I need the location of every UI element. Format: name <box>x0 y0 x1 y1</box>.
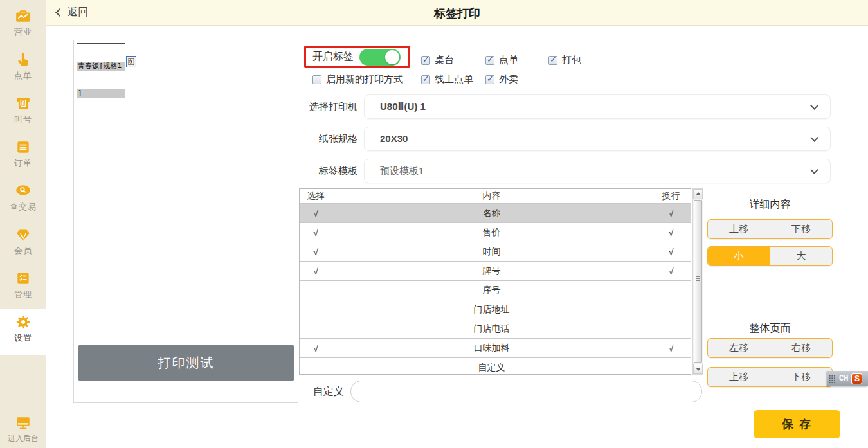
detail-size-group: 小 大 <box>707 246 833 266</box>
sidebar-item-label: 点单 <box>14 71 32 80</box>
cell-newline <box>651 300 691 319</box>
cell-newline: √ <box>651 242 691 261</box>
page-move-right-button[interactable]: 右移 <box>770 339 832 357</box>
page-move-left-button[interactable]: 左移 <box>708 339 770 357</box>
cell-newline: √ <box>651 339 691 357</box>
paper-size-value: 20X30 <box>380 127 408 150</box>
cell-content: 自定义 <box>332 358 651 375</box>
cell-content: 序号 <box>332 281 651 300</box>
label-template-label: 标签模板 <box>302 159 357 183</box>
scroll-up-button[interactable] <box>693 189 703 199</box>
table-row[interactable]: 自定义 <box>300 358 691 375</box>
sidebar-item-label: 营业 <box>14 27 32 37</box>
table-row[interactable]: 序号 <box>300 281 691 300</box>
cell-selected: √ <box>300 223 332 242</box>
sidebar: 营业 点单 8 叫号 订单 查交易 会员 管理 设置 <box>0 0 46 448</box>
cell-selected: √ <box>300 262 332 280</box>
sidebar-item-settings[interactable]: 设置 <box>0 309 46 355</box>
checkbox-label: 打包 <box>562 54 581 66</box>
page-title: 标签打印 <box>46 6 868 21</box>
sidebar-item-manage[interactable]: 管理 <box>0 265 46 309</box>
size-large-button[interactable]: 大 <box>770 247 832 265</box>
label-template-select[interactable]: 预设模板1 <box>364 159 831 183</box>
table-row[interactable]: √ 牌号 √ <box>300 262 691 281</box>
table-scrollbar[interactable] <box>692 188 703 375</box>
sidebar-item-backend[interactable]: 进入后台 <box>0 413 46 447</box>
chevron-down-icon <box>810 166 818 174</box>
preview-line: 青春饭[规格1 <box>77 62 125 71</box>
cell-content: 门店电话 <box>332 319 651 338</box>
table-row[interactable]: √ 售价 √ <box>300 223 691 242</box>
checkbox-new-print-mode[interactable]: 启用新的打印方式 <box>312 73 403 85</box>
col-header-content: 内容 <box>332 189 651 203</box>
table-row[interactable]: 门店电话 <box>300 319 691 339</box>
sidebar-item-order[interactable]: 点单 <box>0 46 46 90</box>
order-hand-icon <box>15 51 32 68</box>
cell-content: 时间 <box>332 242 651 261</box>
settings-gear-icon <box>15 314 32 330</box>
drag-grip-icon[interactable] <box>829 375 836 383</box>
enable-label-toggle[interactable] <box>359 49 401 66</box>
checkbox-takeout-pack[interactable]: 打包 <box>548 54 581 66</box>
sidebar-item-search-transactions[interactable]: 查交易 <box>0 177 46 221</box>
triangle-down-icon <box>696 368 701 371</box>
checkbox-online-order[interactable]: 线上点单 <box>421 73 473 85</box>
scroll-down-button[interactable] <box>693 364 703 374</box>
table-row[interactable]: √ 名称 √ <box>300 204 691 223</box>
checkbox-icon <box>421 75 430 84</box>
custom-field-input[interactable] <box>350 381 702 402</box>
ime-language-bar[interactable]: CH S <box>827 371 868 386</box>
col-header-select: 选择 <box>300 189 332 203</box>
call-number-icon: 8 <box>15 95 32 112</box>
sogou-ime-icon[interactable]: S <box>851 373 862 384</box>
save-button[interactable]: 保 存 <box>754 410 840 438</box>
size-small-button[interactable]: 小 <box>708 247 770 265</box>
order-list-icon <box>15 139 32 156</box>
printer-select[interactable]: U80Ⅱ(U) 1 <box>364 94 831 119</box>
label-print-settings-screen: 营业 点单 8 叫号 订单 查交易 会员 管理 设置 <box>0 0 868 448</box>
ime-language-indicator[interactable]: CH <box>839 374 848 383</box>
cell-selected <box>300 300 332 319</box>
printer-select-value: U80Ⅱ(U) 1 <box>380 95 426 118</box>
sidebar-item-members[interactable]: 会员 <box>0 221 46 265</box>
print-test-button[interactable]: 打印测试 <box>78 345 294 381</box>
checkbox-delivery[interactable]: 外卖 <box>485 73 518 85</box>
checkbox-icon <box>421 56 430 65</box>
business-icon <box>15 8 32 24</box>
page-move-up-button[interactable]: 上移 <box>708 368 770 386</box>
checkbox-table[interactable]: 桌台 <box>421 54 454 66</box>
page-vertical-group: 上移 下移 <box>707 367 833 387</box>
table-row[interactable]: √ 时间 √ <box>300 242 691 262</box>
sidebar-item-label: 会员 <box>14 246 32 255</box>
paper-size-select[interactable]: 20X30 <box>364 127 831 151</box>
custom-field-label: 自定义 <box>313 381 344 402</box>
scrollbar-thumb[interactable] <box>694 200 702 363</box>
header: 返回 标签打印 <box>46 0 868 26</box>
page-horizontal-group: 左移 右移 <box>707 338 833 358</box>
detail-move-up-button[interactable]: 上移 <box>708 220 770 238</box>
checkbox-dine-order[interactable]: 点单 <box>485 54 518 66</box>
table-header-row: 选择 内容 换行 <box>300 189 691 204</box>
page-move-down-button[interactable]: 下移 <box>770 368 832 386</box>
table-row[interactable]: 门店地址 <box>300 300 691 319</box>
sidebar-item-label: 设置 <box>14 333 32 343</box>
cell-newline <box>651 281 691 300</box>
sidebar-item-call-number[interactable]: 8 叫号 <box>0 90 46 134</box>
page-panel-title: 整体页面 <box>707 322 833 336</box>
cell-selected: √ <box>300 204 332 222</box>
cell-selected <box>300 319 332 338</box>
cell-content: 售价 <box>332 223 651 242</box>
col-header-newline: 换行 <box>651 189 691 203</box>
sidebar-item-orders[interactable]: 订单 <box>0 134 46 177</box>
triangle-up-icon <box>696 192 701 195</box>
label-preview[interactable]: 青春饭[规格1 ] ¥16 时间:21-12-1 4 19:51 桌号:5号台 … <box>77 43 125 112</box>
enable-label-text: 开启标签 <box>312 50 354 64</box>
sidebar-item-business[interactable]: 营业 <box>0 3 46 46</box>
table-row[interactable]: √ 口味加料 √ <box>300 339 691 358</box>
checkbox-label: 外卖 <box>499 73 518 85</box>
checkbox-icon <box>312 75 321 84</box>
cell-newline <box>651 358 691 375</box>
detail-move-down-button[interactable]: 下移 <box>770 220 832 238</box>
cell-selected: √ <box>300 339 332 357</box>
cell-newline: √ <box>651 223 691 242</box>
